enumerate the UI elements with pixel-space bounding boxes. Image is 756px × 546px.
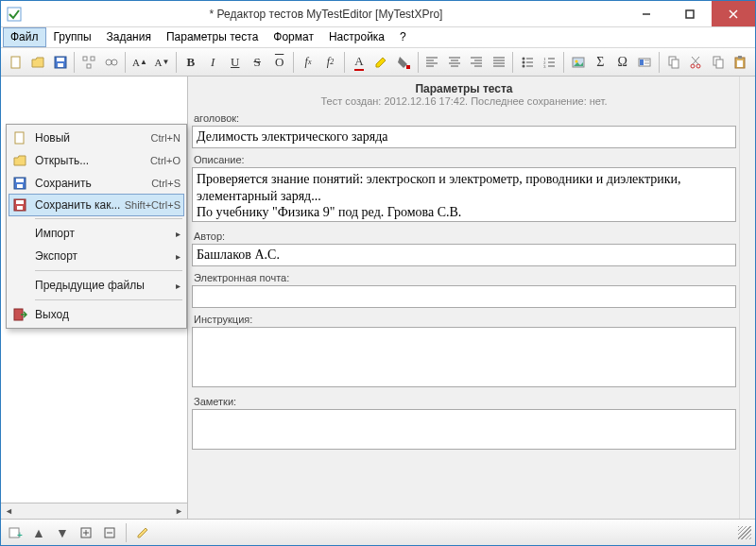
tb-link-icon[interactable] bbox=[100, 51, 122, 74]
tb-paste-icon[interactable] bbox=[729, 51, 750, 74]
tb-image-icon[interactable] bbox=[567, 51, 589, 74]
tb-separator bbox=[659, 52, 660, 73]
tb-formula-icon[interactable]: Σ bbox=[590, 51, 611, 74]
author-input[interactable] bbox=[192, 244, 736, 266]
tb-separator bbox=[176, 52, 177, 73]
tb-cut-icon[interactable] bbox=[684, 51, 706, 74]
toolbar: A▲ A▼ B I U S O fx f2 A 123 Σ Ω bbox=[1, 48, 755, 77]
menu-export[interactable]: Экспорт ▸ bbox=[9, 245, 184, 267]
tb-strike-icon[interactable]: S bbox=[246, 51, 267, 74]
close-button[interactable] bbox=[712, 1, 755, 26]
menu-test-params[interactable]: Параметры теста bbox=[159, 27, 266, 47]
email-input[interactable] bbox=[192, 285, 736, 308]
desc-label: Описание: bbox=[194, 154, 736, 165]
menu-groups[interactable]: Группы bbox=[46, 27, 99, 47]
tb-new-icon[interactable] bbox=[5, 51, 26, 74]
svg-rect-65 bbox=[16, 200, 24, 204]
window-controls bbox=[625, 1, 755, 26]
sb-expand-icon[interactable] bbox=[76, 522, 96, 543]
sb-add-icon[interactable]: + bbox=[5, 522, 26, 543]
svg-rect-62 bbox=[16, 179, 24, 182]
tb-align-center-icon[interactable] bbox=[443, 51, 465, 74]
sb-up-icon[interactable]: ▲ bbox=[28, 522, 49, 543]
svg-rect-58 bbox=[738, 56, 742, 59]
tb-f2-icon[interactable]: f2 bbox=[319, 51, 341, 74]
tb-separator bbox=[74, 52, 75, 73]
tb-tree-icon[interactable] bbox=[77, 51, 99, 74]
menu-format[interactable]: Формат bbox=[266, 27, 321, 47]
menu-save-as[interactable]: Сохранить как... Shift+Ctrl+S bbox=[9, 194, 184, 216]
svg-rect-46 bbox=[640, 60, 644, 65]
tb-copy-icon[interactable] bbox=[707, 51, 729, 74]
desc-textarea[interactable]: Проверяется знание понятий: электроскоп … bbox=[192, 167, 736, 222]
svg-rect-63 bbox=[17, 184, 23, 188]
menu-tasks[interactable]: Задания bbox=[99, 27, 159, 47]
tb-save-icon[interactable] bbox=[49, 51, 71, 74]
svg-rect-2 bbox=[686, 10, 694, 18]
menu-settings[interactable]: Настройка bbox=[321, 27, 392, 47]
tb-list-bullets-icon[interactable] bbox=[516, 51, 538, 74]
submenu-arrow-icon: ▸ bbox=[176, 229, 180, 239]
open-folder-icon bbox=[10, 151, 29, 170]
tb-overline-icon[interactable]: O bbox=[268, 51, 290, 74]
svg-rect-11 bbox=[87, 64, 91, 68]
tb-bold-icon[interactable]: B bbox=[180, 51, 201, 74]
svg-rect-14 bbox=[406, 65, 410, 69]
menu-file[interactable]: Файл bbox=[3, 27, 46, 47]
menubar: Файл Группы Задания Параметры теста Форм… bbox=[1, 27, 755, 48]
tb-align-right-icon[interactable] bbox=[465, 51, 487, 74]
menu-import[interactable]: Импорт ▸ bbox=[9, 222, 184, 245]
tb-bgcolor-icon[interactable] bbox=[392, 51, 414, 74]
menu-recent[interactable]: Предыдущие файлы ▸ bbox=[9, 274, 184, 297]
tb-open-icon[interactable] bbox=[26, 51, 48, 74]
menu-new[interactable]: Новый Ctrl+N bbox=[9, 127, 184, 149]
left-hscrollbar[interactable]: ◄ ► bbox=[1, 503, 187, 519]
svg-point-52 bbox=[696, 64, 700, 68]
tb-highlight-icon[interactable] bbox=[370, 51, 392, 74]
menu-exit[interactable]: Выход bbox=[9, 303, 184, 326]
tb-list-numbers-icon[interactable]: 123 bbox=[539, 51, 560, 74]
tb-font-color-icon[interactable]: A bbox=[348, 51, 369, 74]
tb-underline-icon[interactable]: U bbox=[224, 51, 246, 74]
tb-font-decrease-icon[interactable]: A▼ bbox=[151, 51, 173, 74]
menu-help[interactable]: ? bbox=[392, 27, 414, 47]
svg-rect-7 bbox=[57, 58, 64, 61]
tb-ole-icon[interactable] bbox=[634, 51, 656, 74]
tb-symbol-icon[interactable]: Ω bbox=[611, 51, 633, 74]
app-icon bbox=[7, 7, 22, 22]
sb-collapse-icon[interactable] bbox=[99, 522, 120, 543]
author-label: Автор: bbox=[194, 230, 736, 242]
tb-separator bbox=[125, 52, 126, 73]
tb-fx-icon[interactable]: fx bbox=[297, 51, 318, 74]
svg-rect-47 bbox=[644, 60, 649, 61]
notes-textarea[interactable] bbox=[192, 409, 736, 450]
titlebar: * Редактор тестов MyTestEditor [MyTestXP… bbox=[1, 1, 755, 27]
maximize-button[interactable] bbox=[668, 1, 712, 26]
title-input[interactable] bbox=[192, 126, 736, 148]
svg-point-51 bbox=[691, 64, 695, 68]
svg-point-33 bbox=[523, 60, 525, 63]
svg-rect-66 bbox=[17, 206, 23, 210]
tb-italic-icon[interactable]: I bbox=[202, 51, 224, 74]
sb-edit-icon[interactable] bbox=[132, 522, 153, 543]
tb-align-left-icon[interactable] bbox=[421, 51, 443, 74]
svg-rect-9 bbox=[83, 57, 87, 60]
minimize-button[interactable] bbox=[625, 1, 668, 26]
menu-open[interactable]: Открыть... Ctrl+O bbox=[9, 149, 184, 172]
right-vscrollbar[interactable] bbox=[739, 77, 755, 519]
scroll-right-icon[interactable]: ► bbox=[171, 504, 187, 519]
menu-save[interactable]: Сохранить Ctrl+S bbox=[9, 172, 184, 195]
file-dropdown: Новый Ctrl+N Открыть... Ctrl+O Сохранить… bbox=[6, 124, 187, 329]
svg-rect-10 bbox=[91, 57, 94, 60]
resize-grip-icon[interactable] bbox=[738, 526, 751, 539]
tb-align-justify-icon[interactable] bbox=[488, 51, 509, 74]
scroll-left-icon[interactable]: ◄ bbox=[1, 504, 17, 519]
svg-point-35 bbox=[523, 64, 525, 67]
instr-textarea[interactable] bbox=[192, 327, 736, 387]
save-as-icon bbox=[10, 196, 29, 214]
svg-text:3: 3 bbox=[543, 64, 546, 69]
sb-down-icon[interactable]: ▼ bbox=[52, 522, 73, 543]
tb-font-increase-icon[interactable]: A▲ bbox=[129, 51, 150, 74]
save-icon bbox=[10, 174, 29, 193]
tb-copy2-icon[interactable] bbox=[662, 51, 684, 74]
